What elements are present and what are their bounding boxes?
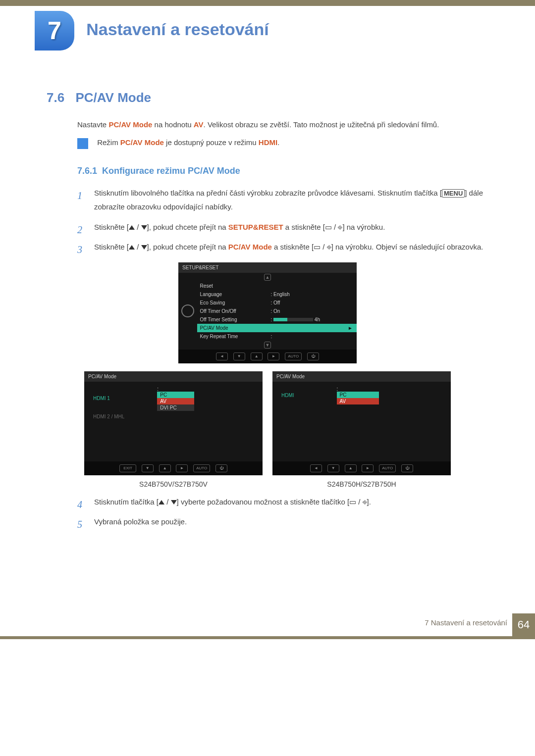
slider-icon — [273, 318, 313, 321]
nav-power-icon: ⏻ — [401, 464, 413, 472]
scroll-down-icon: ▼ — [264, 342, 271, 349]
step-5: 5 Vybraná položka se použije. — [77, 515, 500, 529]
arrow-up-icon — [159, 500, 164, 504]
nav-exit: EXIT — [119, 464, 136, 472]
chapter-title: Nastavení a resetování — [86, 20, 269, 39]
osd-opt: PC — [337, 392, 379, 398]
step-2: 2 Stiskněte [ / ], pokud chcete přejít n… — [77, 220, 500, 235]
nav-auto-icon: AUTO — [193, 464, 210, 472]
section-title: PC/AV Mode — [75, 90, 151, 105]
model-label-left: S24B750V/S27B750V — [84, 480, 263, 488]
nav-down-icon: ▼ — [327, 464, 339, 472]
display-icon: ▭ / ⎆ — [314, 243, 331, 251]
osd-row: Off Timer Setting: 4h — [197, 315, 357, 324]
page-number: 64 — [512, 613, 535, 636]
footer-text: 7 Nastavení a resetování — [425, 618, 507, 627]
nav-left-icon: ◄ — [216, 353, 228, 360]
page-content: 7 Nastavení a resetování 7.6 PC/AV Mode … — [0, 6, 535, 529]
nav-power-icon: ⏻ — [215, 464, 227, 472]
intro-paragraph: Nastavte PC/AV Mode na hodnotu AV. Velik… — [77, 118, 500, 131]
note-icon — [77, 138, 88, 149]
nav-up-icon: ▲ — [345, 464, 357, 472]
nav-down-icon: ▼ — [233, 353, 245, 360]
page-footer: 7 Nastavení a resetování 64 — [0, 613, 535, 639]
nav-auto-icon: AUTO — [285, 353, 302, 360]
top-stripe — [0, 0, 535, 6]
nav-power-icon: ⏻ — [307, 353, 319, 360]
menu-key-icon: MENU — [442, 189, 465, 198]
chapter-header: 7 Nastavení a resetování — [35, 11, 500, 50]
step-4: 4 Stisknutím tlačítka [ / ] vyberte poža… — [77, 495, 500, 509]
osd-right-title: PC/AV Mode — [272, 371, 451, 382]
nav-auto-icon: AUTO — [379, 464, 396, 472]
chapter-badge: 7 — [35, 11, 74, 50]
osd-row: Language: English — [197, 290, 357, 299]
nav-down-icon: ▼ — [142, 464, 154, 472]
nav-right-icon: ► — [362, 464, 374, 472]
scroll-up-icon: ▲ — [264, 274, 271, 281]
osd-main-title: SETUP&RESET — [178, 262, 357, 273]
osd-main: SETUP&RESET ▲ Reset Language: English Ec… — [178, 262, 357, 363]
subsection-heading: 7.6.1 Konfigurace režimu PC/AV Mode — [77, 166, 500, 176]
osd-left-title: PC/AV Mode — [84, 371, 263, 382]
osd-right: PC/AV Mode HDMI : PC AV ◄ ▼ ▲ — [272, 371, 451, 475]
osd-opt-selected: AV — [157, 398, 194, 404]
osd-item: HDMI — [278, 385, 297, 406]
nav-right-icon: ► — [176, 464, 188, 472]
osd-row: Off Timer On/Off: On — [197, 307, 357, 315]
osd-row-selected: PC/AV Mode► — [197, 324, 357, 332]
osd-row: Key Repeat Time: — [197, 332, 357, 341]
osd-item: HDMI 1 — [90, 385, 127, 412]
arrow-down-icon — [141, 245, 147, 250]
arrow-up-icon — [129, 245, 135, 250]
step-3: 3 Stiskněte [ / ], pokud chcete přejít n… — [77, 240, 500, 254]
osd-item: HDMI 2 / MHL — [90, 412, 127, 421]
osd-row: Eco Saving: Off — [197, 299, 357, 307]
nav-up-icon: ▲ — [251, 353, 263, 360]
osd-main-table: Reset Language: English Eco Saving: Off … — [197, 282, 357, 341]
section-heading: 7.6 PC/AV Mode — [47, 90, 500, 105]
nav-right-icon: ► — [268, 353, 279, 360]
steps-list: 1 Stisknutím libovolného tlačítka na pře… — [77, 186, 500, 254]
arrow-down-icon — [171, 500, 177, 504]
section-number: 7.6 — [47, 90, 64, 105]
osd-opt: DVI PC — [157, 404, 194, 411]
model-label-right: S24B750H/S27B750H — [272, 480, 451, 488]
display-icon: ▭ / ⎆ — [325, 223, 343, 231]
note-text: Režim PC/AV Mode je dostupný pouze v rež… — [97, 138, 279, 147]
osd-category-icon — [178, 282, 197, 341]
gear-icon — [181, 304, 194, 317]
step-1: 1 Stisknutím libovolného tlačítka na pře… — [77, 186, 500, 214]
osd-sub-pair: PC/AV Mode HDMI 1 : PC AV DVI PC HDMI 2 … — [35, 371, 500, 488]
nav-up-icon: ▲ — [159, 464, 171, 472]
arrow-down-icon — [141, 225, 147, 230]
display-icon: ▭ / ⎆ — [349, 498, 367, 506]
osd-left: PC/AV Mode HDMI 1 : PC AV DVI PC HDMI 2 … — [84, 371, 263, 475]
osd-nav-bar: ◄ ▼ ▲ ► AUTO ⏻ — [178, 350, 357, 363]
osd-main-wrap: SETUP&RESET ▲ Reset Language: English Ec… — [35, 262, 500, 363]
osd-row: Reset — [197, 282, 357, 290]
nav-left-icon: ◄ — [310, 464, 322, 472]
arrow-up-icon — [129, 225, 135, 230]
osd-opt: PC — [157, 392, 194, 398]
osd-opt-selected: AV — [337, 398, 379, 404]
note-row: Režim PC/AV Mode je dostupný pouze v rež… — [35, 138, 500, 149]
